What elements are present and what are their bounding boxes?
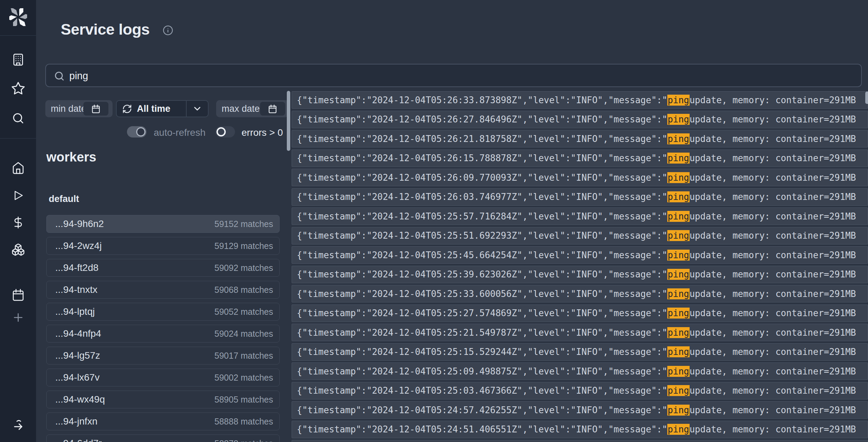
chevron-down-icon[interactable]	[187, 104, 208, 114]
log-row: {"timestamp":"2024-12-04T05:24:57.426255…	[292, 401, 868, 419]
worker-match-count: 59002 matches	[214, 373, 273, 383]
favorites-star-icon[interactable]	[11, 81, 25, 96]
worker-id: ...94-ft2d8	[55, 262, 214, 273]
log-row: {"timestamp":"2024-12-04T05:26:27.846496…	[292, 111, 868, 128]
log-row: {"timestamp":"2024-12-04T05:26:15.788878…	[292, 150, 868, 167]
search-input[interactable]	[69, 65, 852, 86]
worker-list: ...94-9h6n2 59152 matches ...94-2wz4j 59…	[46, 215, 280, 442]
worker-row[interactable]: ...94-jnfxn 58888 matches	[46, 413, 280, 430]
log-timestamp: 2024-12-04T05:26:27.846496Z	[372, 114, 517, 124]
log-vertical-scrollbar[interactable]	[287, 91, 290, 151]
log-row: {"timestamp":"2024-12-04T05:25:21.549787…	[292, 324, 868, 341]
search-match-highlight: ping	[667, 346, 690, 357]
log-row: {"timestamp":"2024-12-04T05:25:03.467366…	[292, 382, 868, 399]
worker-row[interactable]: ...94-lptqj 59052 matches	[46, 303, 280, 321]
search-match-highlight: ping	[667, 327, 690, 338]
search-match-highlight: ping	[667, 366, 690, 377]
worker-row[interactable]: ...94-9h6n2 59152 matches	[46, 215, 280, 233]
worker-match-count: 59068 matches	[214, 285, 273, 295]
page-scrollbar-thumb[interactable]	[865, 92, 868, 104]
toggle-knob	[136, 127, 145, 136]
search-match-highlight: ping	[667, 385, 690, 396]
log-row: {"timestamp":"2024-12-04T05:25:15.529244…	[292, 343, 868, 361]
sidebar	[0, 0, 36, 442]
log-timestamp: 2024-12-04T05:25:21.549787Z	[372, 327, 517, 338]
log-row-partial	[292, 440, 868, 442]
errors-filter-label: errors > 0	[242, 127, 283, 138]
worker-row[interactable]: ...94-4nfp4 59024 matches	[46, 325, 280, 343]
log-timestamp: 2024-12-04T05:25:33.600056Z	[372, 289, 517, 299]
log-row: {"timestamp":"2024-12-04T05:26:03.746977…	[292, 188, 868, 206]
worker-match-count: 59152 matches	[214, 219, 273, 229]
worker-match-count: 59092 matches	[214, 263, 273, 273]
service-logs-page: Service logs All time	[0, 0, 868, 442]
worker-id: ...94-4nfp4	[55, 328, 214, 339]
workspace-building-icon[interactable]	[12, 53, 25, 66]
search-match-highlight: ping	[667, 133, 690, 144]
search-match-highlight: ping	[667, 288, 690, 299]
refresh-icon	[122, 104, 132, 114]
log-row: {"timestamp":"2024-12-04T05:25:27.574869…	[292, 304, 868, 322]
log-timestamp: 2024-12-04T05:25:15.529244Z	[372, 347, 517, 357]
worker-match-count: 59017 matches	[214, 351, 273, 361]
worker-row[interactable]: ...94-tnxtx 59068 matches	[46, 281, 280, 299]
log-timestamp: 2024-12-04T05:25:51.692293Z	[372, 230, 517, 241]
log-row: {"timestamp":"2024-12-04T05:24:51.406551…	[292, 421, 868, 438]
log-timestamp: 2024-12-04T05:24:51.406551Z	[372, 424, 517, 434]
log-timestamp: 2024-12-04T05:25:39.623026Z	[372, 269, 517, 279]
log-list: {"timestamp":"2024-12-04T05:26:33.873898…	[292, 91, 868, 442]
worker-match-count: 58905 matches	[214, 395, 273, 405]
worker-row[interactable]: ...94-lx67v 59002 matches	[46, 369, 280, 386]
toggle-knob	[216, 127, 226, 136]
worker-match-count: 58878 matches	[214, 439, 273, 442]
worker-row[interactable]: ...94-lg57z 59017 matches	[46, 347, 280, 365]
schedules-calendar-icon[interactable]	[12, 288, 25, 301]
worker-match-count: 58888 matches	[214, 417, 273, 427]
search-icon[interactable]	[11, 111, 25, 125]
worker-row[interactable]: ...94-6dd7r 58878 matches	[46, 434, 280, 442]
worker-match-count: 59129 matches	[214, 241, 273, 251]
log-row: {"timestamp":"2024-12-04T05:25:51.692293…	[292, 227, 868, 244]
worker-id: ...94-jnfxn	[55, 416, 214, 427]
search-match-highlight: ping	[667, 191, 690, 202]
worker-row[interactable]: ...94-ft2d8 59092 matches	[46, 259, 280, 277]
worker-id: ...94-9h6n2	[55, 218, 214, 229]
max-date-calendar-button[interactable]	[260, 102, 285, 116]
log-row: {"timestamp":"2024-12-04T05:26:09.770093…	[292, 169, 868, 186]
home-icon[interactable]	[12, 162, 25, 175]
log-timestamp: 2024-12-04T05:26:15.788878Z	[372, 153, 517, 163]
time-range-label: All time	[137, 104, 186, 114]
time-range-button[interactable]: All time	[116, 100, 209, 117]
log-timestamp: 2024-12-04T05:25:03.467366Z	[372, 385, 517, 396]
log-timestamp: 2024-12-04T05:24:57.426255Z	[372, 405, 517, 415]
auto-refresh-toggle[interactable]	[127, 126, 146, 138]
worker-row[interactable]: ...94-2wz4j 59129 matches	[46, 237, 280, 255]
log-timestamp: 2024-12-04T05:26:09.770093Z	[372, 172, 517, 183]
log-timestamp: 2024-12-04T05:26:33.873898Z	[372, 95, 517, 105]
log-row: {"timestamp":"2024-12-04T05:26:21.818758…	[292, 130, 868, 147]
variables-dollar-icon[interactable]	[12, 216, 25, 229]
search-match-highlight: ping	[667, 424, 690, 435]
log-search-bar	[45, 64, 862, 87]
search-match-highlight: ping	[667, 269, 690, 280]
worker-match-count: 59052 matches	[214, 307, 273, 317]
search-match-highlight: ping	[667, 172, 690, 183]
worker-row[interactable]: ...94-wx49q 58905 matches	[46, 391, 280, 408]
expand-sidebar-arrow-icon[interactable]	[11, 418, 25, 432]
resources-boxes-icon[interactable]	[11, 243, 25, 256]
search-match-highlight: ping	[667, 230, 690, 241]
log-timestamp: 2024-12-04T05:26:21.818758Z	[372, 134, 517, 144]
search-match-highlight: ping	[667, 95, 690, 106]
runs-play-icon[interactable]	[12, 189, 24, 202]
search-match-highlight: ping	[667, 153, 690, 164]
worker-id: ...94-lx67v	[55, 372, 214, 383]
add-plus-icon[interactable]	[12, 311, 25, 324]
windmill-logo-icon[interactable]	[9, 8, 27, 26]
auto-refresh-label: auto-refresh	[154, 127, 206, 138]
errors-filter-toggle[interactable]	[215, 126, 235, 138]
info-icon[interactable]	[163, 25, 173, 37]
log-row: {"timestamp":"2024-12-04T05:25:33.600056…	[292, 285, 868, 302]
log-row: {"timestamp":"2024-12-04T05:25:09.498875…	[292, 362, 868, 380]
sidebar-divider	[0, 138, 36, 139]
min-date-calendar-button[interactable]	[83, 102, 108, 116]
